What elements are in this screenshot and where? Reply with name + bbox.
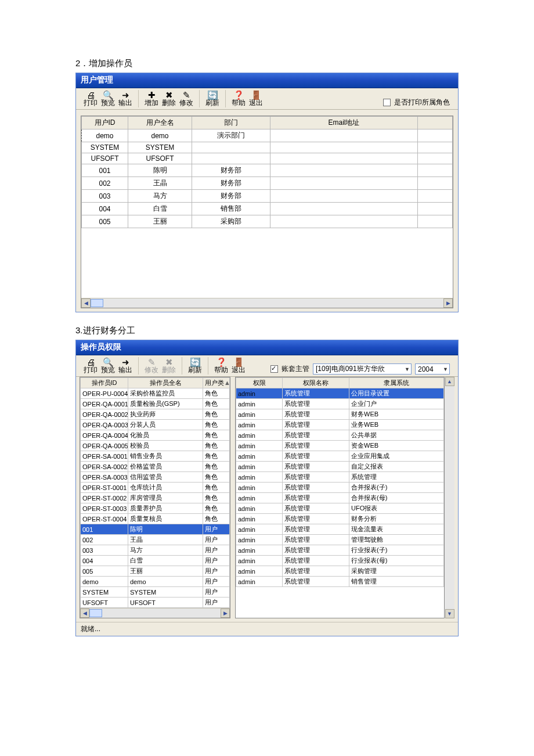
column-header[interactable]: 操作员全名	[128, 378, 203, 388]
delete-button[interactable]: ✖删除	[160, 90, 178, 107]
preview-icon: 🔍	[103, 91, 114, 99]
table-row[interactable]: admin系统管理行业报表(子)	[236, 545, 444, 556]
table-row[interactable]: admin系统管理财务WEB	[236, 409, 444, 420]
table-row[interactable]: admin系统管理销售管理	[236, 577, 444, 587]
supervisor-checkbox[interactable]	[270, 365, 278, 373]
table-row[interactable]: OPER-SA-0002价格监管员角色	[81, 462, 230, 472]
print-button[interactable]: 🖨打印	[82, 90, 99, 107]
table-row[interactable]: admin系统管理现金流量表	[236, 524, 444, 535]
table-row[interactable]: admin系统管理财务分析	[236, 514, 444, 524]
cell: OPER-SA-0002	[81, 462, 128, 472]
refresh-button[interactable]: 🔄刷新	[186, 357, 204, 375]
table-row[interactable]: 003马方用户	[81, 545, 230, 556]
column-header[interactable]	[418, 117, 453, 129]
table-row[interactable]: OPER-ST-0004质量复核员角色	[81, 514, 230, 524]
preview-button[interactable]: 🔍预览	[99, 357, 117, 375]
column-header[interactable]: 隶属系统	[349, 378, 444, 388]
exit-button[interactable]: 🚪退出	[230, 357, 247, 375]
scroll-left-icon[interactable]: ◀	[80, 609, 89, 618]
horizontal-scrollbar[interactable]: ◀ ▶	[81, 298, 453, 308]
column-header[interactable]: 用户全名	[128, 117, 192, 129]
table-row[interactable]: admin系统管理行业报表(母)	[236, 556, 444, 566]
table-row[interactable]: OPER-QA-0003分装人员角色	[81, 420, 230, 430]
table-row[interactable]: 004白雪销售部	[82, 203, 453, 215]
help-button[interactable]: ❓帮助	[212, 357, 230, 375]
table-row[interactable]: OPER-QA-0002执业药师角色	[81, 409, 230, 420]
cell: 王丽	[128, 566, 203, 577]
print-roles-checkbox[interactable]	[383, 99, 391, 106]
column-header[interactable]: 部门	[192, 117, 270, 129]
users-table[interactable]: 用户ID用户全名部门Email地址 demodemo演示部门SYSTEMSYST…	[81, 116, 453, 228]
table-row[interactable]: admin系统管理管理驾驶舱	[236, 535, 444, 545]
table-row[interactable]: admin系统管理企业门户	[236, 399, 444, 409]
table-row[interactable]: 001陈明用户	[81, 524, 230, 535]
table-row[interactable]: 002王晶用户	[81, 535, 230, 545]
column-header[interactable]: 权限	[236, 378, 283, 388]
table-row[interactable]: OPER-QA-0004化验员角色	[81, 430, 230, 441]
table-row[interactable]: OPER-SA-0003信用监管员角色	[81, 472, 230, 483]
table-row[interactable]: SYSTEMSYSTEM用户	[81, 587, 230, 597]
preview-button[interactable]: 🔍预览	[99, 90, 117, 107]
scroll-right-icon[interactable]: ▶	[443, 298, 453, 308]
table-row[interactable]: 005王丽采购部	[82, 215, 453, 228]
table-row[interactable]: demodemo用户	[81, 577, 230, 587]
column-header[interactable]: Email地址	[270, 117, 418, 129]
column-header[interactable]: 操作员ID	[81, 378, 128, 388]
table-row[interactable]: SYSTEMSYSTEM	[82, 142, 453, 153]
refresh-button[interactable]: 🔄刷新	[204, 90, 221, 107]
table-row[interactable]: admin系统管理企业应用集成	[236, 451, 444, 462]
scroll-right-icon[interactable]: ▶	[221, 609, 230, 618]
table-row[interactable]: admin系统管理资金WEB	[236, 441, 444, 451]
table-row[interactable]: OPER-ST-0001仓库统计员角色	[81, 483, 230, 493]
table-row[interactable]: admin系统管理公用目录设置	[236, 388, 444, 399]
scroll-thumb[interactable]	[89, 609, 102, 617]
scroll-down-icon[interactable]: ▼	[445, 609, 454, 618]
table-row[interactable]: admin系统管理自定义报表	[236, 462, 444, 472]
operators-table[interactable]: 操作员ID操作员全名用户类▲ OPER-PU-0004采购价格监控员角色OPER…	[80, 377, 230, 608]
cell: 销售部	[192, 203, 270, 215]
cell: 销售业务员	[128, 451, 203, 462]
help-button[interactable]: ❓帮助	[230, 90, 247, 107]
table-row[interactable]: 002王晶财务部	[82, 177, 453, 190]
table-row[interactable]: admin系统管理合并报表(母)	[236, 493, 444, 503]
table-row[interactable]: OPER-QA-0005校验员角色	[81, 441, 230, 451]
table-row[interactable]: OPER-QA-0001质量检验员(GSP)角色	[81, 399, 230, 409]
scroll-up-icon[interactable]: ▲	[445, 377, 454, 386]
table-row[interactable]: admin系统管理公共单据	[236, 430, 444, 441]
exit-button[interactable]: 🚪退出	[247, 90, 265, 107]
table-row[interactable]: 001陈明财务部	[82, 164, 453, 177]
cell: 用户	[203, 535, 230, 545]
table-row[interactable]: UFSOFTUFSOFT用户	[81, 597, 230, 608]
edit-button[interactable]: ✎修改	[178, 90, 195, 107]
table-row[interactable]: OPER-SA-0001销售业务员角色	[81, 451, 230, 462]
column-header[interactable]: 权限名称	[283, 378, 349, 388]
account-set-dropdown[interactable]: [109]电商091班方华欣 ▼	[313, 363, 412, 375]
table-row[interactable]: OPER-ST-0003质量养护员角色	[81, 503, 230, 514]
permissions-table[interactable]: 权限权限名称隶属系统 admin系统管理公用目录设置admin系统管理企业门户a…	[236, 377, 444, 587]
print-button[interactable]: 🖨打印	[82, 357, 99, 375]
column-header[interactable]: 用户类▲	[203, 378, 230, 388]
scroll-left-icon[interactable]: ◀	[81, 298, 91, 308]
table-row[interactable]: demodemo演示部门	[82, 129, 453, 142]
table-row[interactable]: UFSOFTUFSOFT	[82, 153, 453, 164]
table-row[interactable]: admin系统管理系统管理	[236, 472, 444, 483]
table-row[interactable]: admin系统管理业务WEB	[236, 420, 444, 430]
column-header[interactable]: 用户ID	[82, 117, 128, 129]
vertical-scrollbar[interactable]: ▲ ▼	[445, 377, 454, 618]
table-row[interactable]: OPER-PU-0004采购价格监控员角色	[81, 388, 230, 399]
table-row[interactable]: admin系统管理采购管理	[236, 566, 444, 577]
table-row[interactable]: admin系统管理UFO报表	[236, 503, 444, 514]
export-button[interactable]: ➜输出	[117, 90, 134, 107]
refresh-icon: 🔄	[190, 358, 201, 366]
table-row[interactable]: 005王丽用户	[81, 566, 230, 577]
table-row[interactable]: 004白雪用户	[81, 556, 230, 566]
export-label: 输出	[118, 99, 132, 107]
year-dropdown[interactable]: 2004 ▼	[415, 363, 450, 375]
table-row[interactable]: OPER-ST-0002库房管理员角色	[81, 493, 230, 503]
horizontal-scrollbar[interactable]: ◀ ▶	[80, 608, 230, 618]
add-button[interactable]: ✚增加	[143, 90, 160, 107]
table-row[interactable]: 003马方财务部	[82, 190, 453, 203]
scroll-thumb[interactable]	[91, 299, 103, 307]
export-button[interactable]: ➜输出	[117, 357, 134, 375]
table-row[interactable]: admin系统管理合并报表(子)	[236, 483, 444, 493]
